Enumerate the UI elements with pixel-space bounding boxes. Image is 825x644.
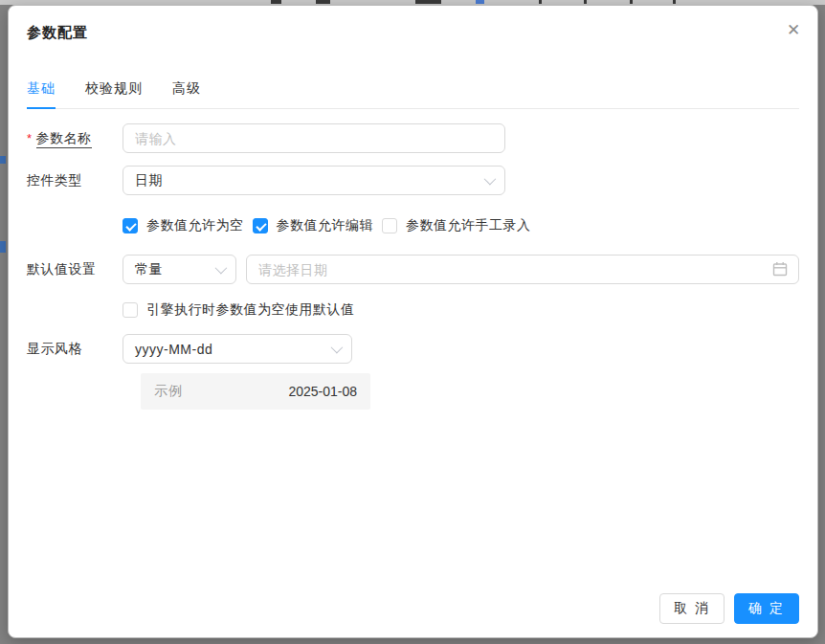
param-name-row: *参数名称 (27, 123, 799, 153)
default-value-label: 默认值设置 (27, 261, 123, 278)
background-artifact (0, 156, 6, 164)
confirm-button[interactable]: 确 定 (734, 593, 799, 624)
background-artifact (316, 0, 330, 4)
param-name-label: *参数名称 (27, 130, 123, 147)
chevron-down-icon (331, 342, 344, 354)
background-artifact (630, 0, 633, 4)
param-name-input[interactable] (123, 123, 505, 153)
chevron-down-icon (215, 262, 228, 275)
example-label: 示例 (154, 383, 183, 400)
checkbox-unchecked-icon[interactable] (123, 302, 138, 318)
control-type-select[interactable]: 日期 (123, 166, 505, 195)
required-asterisk: * (27, 131, 33, 145)
background-artifact (539, 0, 542, 4)
close-icon[interactable]: ✕ (780, 16, 807, 43)
display-style-value: yyyy-MM-dd (135, 342, 212, 357)
date-picker-input[interactable] (246, 255, 799, 284)
tab-bar: 基础 校验规则 高级 (27, 77, 799, 109)
checkbox-unchecked-icon[interactable] (382, 218, 397, 233)
background-artifact (271, 0, 281, 4)
cancel-button[interactable]: 取 消 (659, 593, 725, 624)
calendar-icon[interactable] (772, 261, 788, 277)
checkbox-allow-empty[interactable]: 参数值允许为空 (123, 217, 244, 234)
control-type-row: 控件类型 日期 (27, 166, 799, 195)
tab-basic[interactable]: 基础 (27, 77, 56, 109)
checkbox-checked-icon[interactable] (123, 218, 138, 233)
control-type-label: 控件类型 (27, 172, 123, 189)
tab-advanced[interactable]: 高级 (172, 77, 201, 108)
date-picker (246, 255, 799, 284)
background-artifact (673, 0, 676, 4)
default-value-type: 常量 (135, 261, 163, 278)
display-style-row: 显示风格 yyyy-MM-dd (27, 334, 799, 364)
dialog-footer: 取 消 确 定 (659, 593, 799, 624)
background-artifact (476, 0, 484, 4)
example-preview: 示例 2025-01-08 (141, 373, 370, 410)
parameter-config-dialog: 参数配置 ✕ 基础 校验规则 高级 *参数名称 控件类型 日期 参数值允许为空 … (8, 5, 818, 638)
example-value: 2025-01-08 (288, 384, 357, 399)
checkbox-engine-use-default[interactable]: 引擎执行时参数值为空使用默认值 (123, 301, 355, 319)
checkbox-allow-edit[interactable]: 参数值允许编辑 (253, 217, 374, 234)
display-style-select[interactable]: yyyy-MM-dd (123, 334, 352, 364)
background-artifact (415, 0, 441, 4)
checkbox-allow-manual-entry[interactable]: 参数值允许手工录入 (382, 217, 531, 234)
value-options-row: 参数值允许为空 参数值允许编辑 参数值允许手工录入 (123, 216, 799, 235)
default-value-row: 默认值设置 常量 (27, 255, 799, 284)
tab-validation-rules[interactable]: 校验规则 (85, 77, 143, 108)
engine-default-row: 引擎执行时参数值为空使用默认值 (123, 300, 799, 320)
background-artifact (0, 241, 6, 253)
default-value-type-select[interactable]: 常量 (123, 255, 236, 284)
display-style-label: 显示风格 (27, 341, 123, 358)
background-artifact (584, 0, 587, 4)
dialog-title: 参数配置 (27, 24, 88, 42)
checkbox-checked-icon[interactable] (253, 218, 268, 233)
chevron-down-icon (484, 173, 497, 186)
control-type-value: 日期 (135, 172, 163, 189)
